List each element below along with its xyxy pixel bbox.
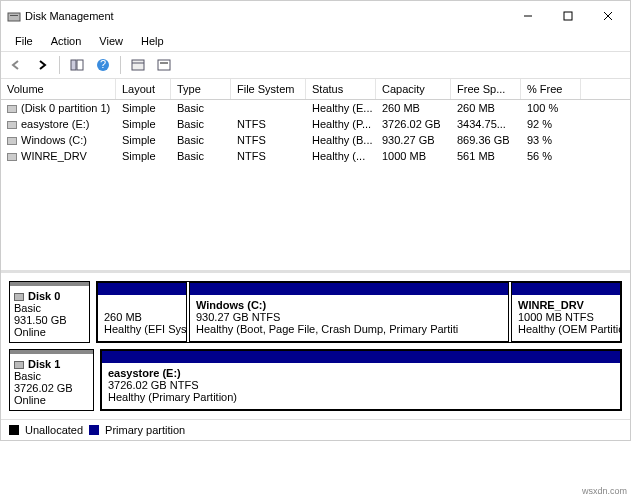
svg-rect-7 bbox=[77, 60, 83, 70]
show-hide-tree-button[interactable] bbox=[66, 54, 88, 76]
volume-fs: NTFS bbox=[231, 148, 306, 164]
volume-row[interactable]: Windows (C:)SimpleBasicNTFSHealthy (B...… bbox=[1, 132, 630, 148]
partition-size: 1000 MB NTFS bbox=[518, 311, 594, 323]
partition[interactable]: 260 MBHealthy (EFI System bbox=[97, 282, 187, 342]
disk-partitions: easystore (E:)3726.02 GB NTFSHealthy (Pr… bbox=[100, 349, 622, 411]
partition-color-bar bbox=[512, 283, 620, 295]
volume-icon bbox=[7, 105, 17, 113]
toolbar: ? bbox=[1, 51, 630, 79]
disk-icon bbox=[14, 361, 24, 369]
svg-text:?: ? bbox=[100, 58, 106, 70]
partition-size: 260 MB bbox=[104, 311, 142, 323]
legend-unallocated-swatch bbox=[9, 425, 19, 435]
volume-free: 3434.75... bbox=[451, 116, 521, 132]
maximize-button[interactable] bbox=[548, 2, 588, 30]
partition-size: 930.27 GB NTFS bbox=[196, 311, 280, 323]
forward-button[interactable] bbox=[31, 54, 53, 76]
svg-rect-13 bbox=[160, 62, 168, 64]
disk-icon bbox=[14, 293, 24, 301]
volume-name: (Disk 0 partition 1) bbox=[21, 102, 110, 114]
partition-title: easystore (E:) bbox=[108, 367, 181, 379]
partition-status: Healthy (Boot, Page File, Crash Dump, Pr… bbox=[196, 323, 458, 335]
volume-pctfree: 56 % bbox=[521, 148, 581, 164]
disk-management-window: Disk Management File Action View Help ? … bbox=[0, 0, 631, 441]
help-button[interactable]: ? bbox=[92, 54, 114, 76]
col-type[interactable]: Type bbox=[171, 79, 231, 99]
volume-pctfree: 92 % bbox=[521, 116, 581, 132]
partition-color-bar bbox=[98, 283, 186, 295]
volume-capacity: 3726.02 GB bbox=[376, 116, 451, 132]
svg-rect-1 bbox=[10, 15, 18, 16]
legend-unallocated-label: Unallocated bbox=[25, 424, 83, 436]
volume-type: Basic bbox=[171, 132, 231, 148]
volume-icon bbox=[7, 121, 17, 129]
col-status[interactable]: Status bbox=[306, 79, 376, 99]
legend: Unallocated Primary partition bbox=[1, 419, 630, 440]
col-volume[interactable]: Volume bbox=[1, 79, 116, 99]
disk-type: Basic bbox=[14, 302, 41, 314]
window-title: Disk Management bbox=[21, 10, 508, 22]
col-capacity[interactable]: Capacity bbox=[376, 79, 451, 99]
volume-pctfree: 93 % bbox=[521, 132, 581, 148]
partition-color-bar bbox=[102, 351, 620, 363]
volume-list-header: Volume Layout Type File System Status Ca… bbox=[1, 79, 630, 100]
volume-row[interactable]: WINRE_DRVSimpleBasicNTFSHealthy (...1000… bbox=[1, 148, 630, 164]
app-icon bbox=[7, 9, 21, 23]
partition-title: WINRE_DRV bbox=[518, 299, 584, 311]
volume-capacity: 260 MB bbox=[376, 100, 451, 116]
volume-name: Windows (C:) bbox=[21, 134, 87, 146]
volume-layout: Simple bbox=[116, 116, 171, 132]
partition-color-bar bbox=[190, 283, 508, 295]
menu-help[interactable]: Help bbox=[133, 33, 172, 49]
disk-row[interactable]: Disk 1Basic3726.02 GBOnlineeasystore (E:… bbox=[9, 349, 622, 411]
partition-status: Healthy (EFI System bbox=[104, 323, 186, 335]
volume-status: Healthy (... bbox=[306, 148, 376, 164]
partition-status: Healthy (Primary Partition) bbox=[108, 391, 237, 403]
volume-capacity: 1000 MB bbox=[376, 148, 451, 164]
svg-rect-12 bbox=[158, 60, 170, 70]
partition[interactable]: Windows (C:)930.27 GB NTFSHealthy (Boot,… bbox=[189, 282, 509, 342]
svg-rect-6 bbox=[71, 60, 76, 70]
legend-primary-label: Primary partition bbox=[105, 424, 185, 436]
volume-list[interactable]: (Disk 0 partition 1)SimpleBasicHealthy (… bbox=[1, 100, 630, 270]
disk-type: Basic bbox=[14, 370, 41, 382]
partition[interactable]: WINRE_DRV1000 MB NTFSHealthy (OEM Partit… bbox=[511, 282, 621, 342]
disk-row[interactable]: Disk 0Basic931.50 GBOnline260 MBHealthy … bbox=[9, 281, 622, 343]
disk-graphical-view[interactable]: Disk 0Basic931.50 GBOnline260 MBHealthy … bbox=[1, 270, 630, 419]
titlebar[interactable]: Disk Management bbox=[1, 1, 630, 31]
volume-layout: Simple bbox=[116, 100, 171, 116]
volume-type: Basic bbox=[171, 116, 231, 132]
disk-state: Online bbox=[14, 326, 46, 338]
menu-file[interactable]: File bbox=[7, 33, 41, 49]
refresh-button[interactable] bbox=[127, 54, 149, 76]
disk-size: 3726.02 GB bbox=[14, 382, 73, 394]
volume-type: Basic bbox=[171, 100, 231, 116]
volume-layout: Simple bbox=[116, 132, 171, 148]
partition-status: Healthy (OEM Partition) bbox=[518, 323, 620, 335]
volume-status: Healthy (B... bbox=[306, 132, 376, 148]
svg-rect-0 bbox=[8, 13, 20, 21]
disk-info[interactable]: Disk 1Basic3726.02 GBOnline bbox=[9, 349, 94, 411]
settings-button[interactable] bbox=[153, 54, 175, 76]
volume-fs: NTFS bbox=[231, 116, 306, 132]
back-button[interactable] bbox=[5, 54, 27, 76]
volume-status: Healthy (P... bbox=[306, 116, 376, 132]
volume-status: Healthy (E... bbox=[306, 100, 376, 116]
col-filesystem[interactable]: File System bbox=[231, 79, 306, 99]
col-freespace[interactable]: Free Sp... bbox=[451, 79, 521, 99]
disk-state: Online bbox=[14, 394, 46, 406]
disk-info[interactable]: Disk 0Basic931.50 GBOnline bbox=[9, 281, 90, 343]
volume-row[interactable]: easystore (E:)SimpleBasicNTFSHealthy (P.… bbox=[1, 116, 630, 132]
col-layout[interactable]: Layout bbox=[116, 79, 171, 99]
volume-icon bbox=[7, 153, 17, 161]
close-button[interactable] bbox=[588, 2, 628, 30]
volume-capacity: 930.27 GB bbox=[376, 132, 451, 148]
partition[interactable]: easystore (E:)3726.02 GB NTFSHealthy (Pr… bbox=[101, 350, 621, 410]
minimize-button[interactable] bbox=[508, 2, 548, 30]
disk-size: 931.50 GB bbox=[14, 314, 67, 326]
menu-action[interactable]: Action bbox=[43, 33, 90, 49]
col-pctfree[interactable]: % Free bbox=[521, 79, 581, 99]
volume-row[interactable]: (Disk 0 partition 1)SimpleBasicHealthy (… bbox=[1, 100, 630, 116]
menu-view[interactable]: View bbox=[91, 33, 131, 49]
volume-fs: NTFS bbox=[231, 132, 306, 148]
